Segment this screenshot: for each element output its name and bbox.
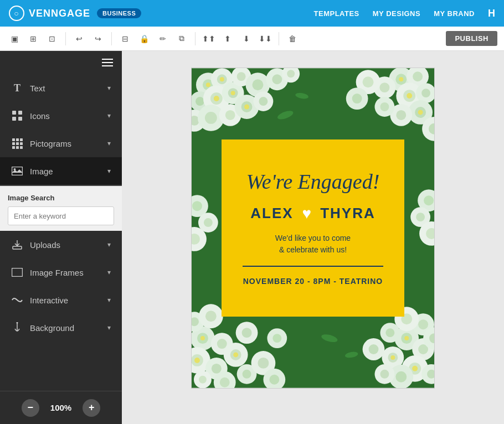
svg-point-143 [200, 336, 205, 340]
svg-point-58 [379, 82, 389, 92]
svg-point-92 [242, 328, 252, 338]
main-area: T Text ▾ Icons ▾ [0, 51, 504, 424]
zoom-out-btn[interactable]: − [22, 399, 39, 417]
svg-point-136 [220, 77, 224, 81]
delete-btn[interactable]: 🗑 [285, 31, 300, 46]
background-chevron-icon: ▾ [107, 324, 111, 332]
navbar: ○ VENNGAGE BUSINESS TEMPLATES MY DESIGNS… [0, 0, 504, 27]
page-tool-btn[interactable]: ⊞ [25, 31, 41, 46]
svg-rect-18 [12, 268, 23, 277]
image-search-submit-btn[interactable] [112, 207, 114, 225]
svg-point-140 [399, 77, 403, 81]
divider-2 [111, 32, 112, 45]
svg-point-26 [196, 97, 204, 106]
send-down-btn[interactable]: ⬇ [239, 31, 254, 46]
image-tool-btn[interactable]: ⊡ [44, 31, 60, 46]
svg-point-32 [237, 72, 246, 81]
svg-point-135 [206, 82, 210, 87]
image-icon [11, 165, 23, 177]
svg-point-90 [269, 375, 279, 385]
svg-point-142 [418, 110, 423, 115]
svg-point-84 [258, 358, 269, 369]
my-designs-link[interactable]: MY DESIGNS [373, 9, 420, 18]
icons-chevron-icon: ▾ [107, 112, 111, 120]
crop-btn[interactable]: ⊟ [117, 31, 133, 46]
svg-point-146 [404, 336, 409, 340]
svg-rect-3 [18, 117, 22, 121]
svg-point-114 [418, 319, 428, 329]
more-nav-btn[interactable]: H [488, 8, 495, 19]
select-tool-btn[interactable]: ▣ [7, 31, 22, 46]
svg-point-126 [204, 218, 213, 227]
svg-rect-8 [16, 142, 19, 145]
lock-btn[interactable]: 🔒 [136, 31, 152, 46]
image-chevron-icon: ▾ [107, 167, 111, 175]
uploads-chevron-icon: ▾ [107, 241, 111, 249]
sidebar-item-interactive[interactable]: Interactive ▾ [0, 286, 122, 314]
my-brand-link[interactable]: MY BRAND [434, 9, 475, 18]
svg-point-137 [214, 96, 219, 101]
svg-rect-2 [12, 117, 16, 121]
sidebar-item-image-frames[interactable]: Image Frames ▾ [0, 258, 122, 286]
send-back-btn[interactable]: ⬇⬇ [258, 31, 273, 46]
svg-rect-10 [12, 146, 15, 149]
undo-btn[interactable]: ↩ [71, 31, 87, 46]
templates-link[interactable]: TEMPLATES [314, 9, 359, 18]
divider-4 [279, 32, 279, 45]
svg-rect-17 [13, 246, 22, 249]
svg-point-148 [390, 355, 395, 360]
svg-point-112 [380, 370, 389, 379]
hamburger-icon [102, 59, 113, 66]
svg-rect-5 [16, 138, 19, 141]
redo-btn[interactable]: ↪ [90, 31, 106, 46]
svg-point-40 [225, 110, 235, 120]
sidebar-item-pictograms[interactable]: Pictograms ▾ [0, 130, 122, 157]
sidebar-item-image[interactable]: Image ▾ [0, 157, 122, 185]
invite-text: We'd like you to come & celebrate with u… [275, 232, 351, 256]
sidebar-item-text[interactable]: T Text ▾ [0, 74, 122, 102]
image-frames-icon [11, 266, 23, 278]
sidebar-interactive-label: Interactive [30, 296, 101, 305]
publish-button[interactable]: PUBLISH [446, 31, 497, 46]
svg-point-68 [352, 94, 362, 104]
design-card[interactable]: We're Engaged! ALEX ♥ THYRA We'd like yo… [191, 68, 435, 389]
svg-point-130 [424, 195, 434, 205]
sidebar-image-label: Image [30, 167, 101, 176]
sidebar-text-label: Text [30, 84, 101, 93]
svg-point-144 [194, 358, 200, 363]
svg-point-19 [17, 322, 18, 324]
image-search-title: Image Search [8, 194, 114, 202]
edit-btn[interactable]: ✏ [155, 31, 171, 46]
pictograms-chevron-icon: ▾ [107, 139, 111, 147]
bring-up-btn[interactable]: ⬆ [220, 31, 235, 46]
svg-point-62 [396, 110, 406, 120]
sidebar-item-uploads[interactable]: Uploads ▾ [0, 231, 122, 258]
name-right: THYRA [320, 205, 376, 222]
svg-point-52 [413, 71, 423, 81]
copy-btn[interactable]: ⧉ [174, 31, 189, 46]
sidebar-background-label: Background [30, 323, 101, 333]
bring-front-btn[interactable]: ⬆⬆ [201, 31, 217, 46]
bottom-bar: − 100% + [0, 391, 122, 424]
image-search-input[interactable] [8, 208, 112, 224]
svg-point-96 [205, 311, 217, 322]
sidebar-uploads-label: Uploads [30, 240, 101, 250]
yellow-engagement-card: We're Engaged! ALEX ♥ THYRA We'd like yo… [222, 139, 404, 317]
sidebar-image-frames-label: Image Frames [30, 268, 101, 277]
svg-point-120 [369, 344, 379, 354]
sidebar-item-background[interactable]: Background ▾ [0, 314, 122, 342]
sidebar: T Text ▾ Icons ▾ [0, 51, 122, 424]
svg-point-78 [212, 364, 222, 374]
heart-icon: ♥ [302, 205, 312, 223]
zoom-in-btn[interactable]: + [83, 399, 100, 417]
sidebar-menu-btn[interactable] [0, 51, 122, 74]
sidebar-item-icons[interactable]: Icons ▾ [0, 102, 122, 130]
logo[interactable]: ○ VENNGAGE [9, 6, 90, 21]
svg-rect-11 [16, 146, 19, 149]
name-left: ALEX [250, 205, 293, 222]
svg-point-14 [14, 168, 16, 170]
logo-text: VENNGAGE [29, 8, 90, 19]
svg-point-141 [407, 93, 412, 99]
svg-point-145 [233, 352, 238, 357]
sidebar-icons-label: Icons [30, 111, 101, 121]
